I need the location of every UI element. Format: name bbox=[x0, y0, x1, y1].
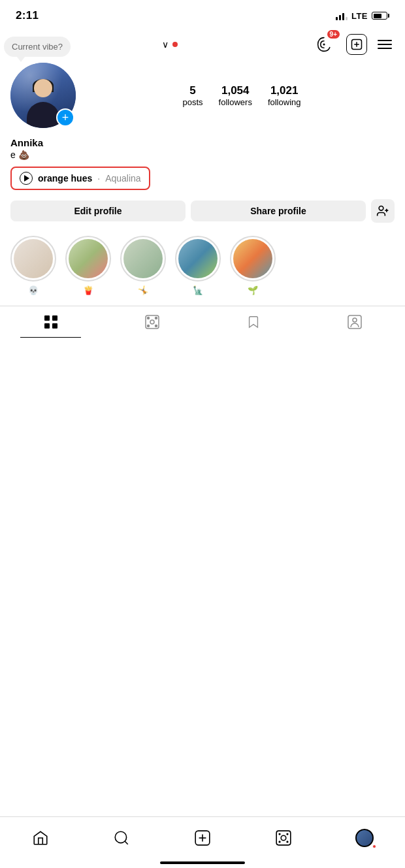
profile-top: Current vibe? + 5 posts 1,054 bbox=[10, 63, 395, 128]
username-dropdown[interactable]: ∨ bbox=[162, 39, 178, 50]
edit-profile-button[interactable]: Edit profile bbox=[10, 201, 186, 221]
svg-rect-9 bbox=[52, 315, 57, 321]
content-area bbox=[0, 338, 405, 664]
svg-point-14 bbox=[147, 317, 149, 319]
threads-badge: 9+ bbox=[327, 30, 340, 39]
search-tab[interactable] bbox=[107, 824, 136, 852]
tab-reels[interactable] bbox=[101, 306, 202, 338]
status-icons: LTE bbox=[336, 11, 389, 21]
svg-point-20 bbox=[115, 831, 126, 843]
svg-point-17 bbox=[155, 325, 157, 327]
svg-rect-10 bbox=[44, 323, 50, 329]
home-indicator bbox=[160, 861, 245, 864]
highlight-emoji-4: 🗽 bbox=[193, 285, 203, 295]
svg-rect-8 bbox=[44, 315, 50, 321]
new-post-icon[interactable] bbox=[346, 34, 367, 55]
svg-point-15 bbox=[155, 317, 157, 319]
highlight-circle-1 bbox=[10, 236, 56, 281]
svg-point-19 bbox=[353, 318, 357, 322]
action-buttons: Edit profile Share profile bbox=[10, 199, 395, 223]
active-dot bbox=[172, 42, 178, 47]
tab-grid[interactable] bbox=[0, 306, 101, 338]
home-tab[interactable] bbox=[26, 824, 55, 852]
profile-active-dot bbox=[372, 844, 376, 848]
music-highlight[interactable]: orange hues · Aqualina bbox=[10, 167, 150, 190]
following-label: following bbox=[268, 97, 301, 107]
lte-label: LTE bbox=[351, 11, 368, 21]
followers-count: 1,054 bbox=[219, 84, 252, 97]
highlight-emoji-3: 🤸 bbox=[138, 285, 148, 295]
highlight-circle-4 bbox=[175, 236, 221, 281]
nav-right-icons: 9+ bbox=[312, 33, 392, 56]
highlight-emoji-2: 🍟 bbox=[83, 285, 93, 295]
profile-avatar bbox=[355, 829, 374, 847]
reels-tab[interactable] bbox=[269, 824, 298, 852]
svg-point-16 bbox=[147, 325, 149, 327]
highlight-emoji-5: 🌱 bbox=[248, 285, 258, 295]
highlight-item[interactable]: 🌱 bbox=[230, 236, 276, 295]
svg-point-1 bbox=[323, 43, 325, 45]
music-title: orange hues bbox=[38, 173, 92, 184]
status-bar: 2:11 LTE bbox=[0, 0, 405, 29]
svg-rect-25 bbox=[276, 831, 291, 845]
posts-stat[interactable]: 5 posts bbox=[183, 84, 203, 107]
avatar-container: Current vibe? + bbox=[10, 63, 76, 128]
music-separator: · bbox=[97, 173, 100, 184]
chevron-down-icon: ∨ bbox=[162, 39, 169, 50]
create-tab[interactable] bbox=[188, 824, 217, 852]
highlight-item[interactable]: 💀 bbox=[10, 236, 56, 295]
highlight-circle-2 bbox=[65, 236, 111, 281]
add-person-button[interactable] bbox=[371, 199, 395, 223]
stats-row: 5 posts 1,054 followers 1,021 following bbox=[89, 84, 395, 107]
profile-section: Current vibe? + 5 posts 1,054 bbox=[0, 63, 405, 303]
profile-name: Annika bbox=[10, 137, 395, 148]
tab-tagged[interactable] bbox=[304, 306, 405, 338]
current-vibe-bubble[interactable]: Current vibe? bbox=[4, 37, 71, 57]
followers-label: followers bbox=[219, 97, 252, 107]
following-stat[interactable]: 1,021 following bbox=[268, 84, 301, 107]
svg-rect-11 bbox=[52, 323, 57, 329]
posts-count: 5 bbox=[183, 84, 203, 97]
posts-label: posts bbox=[183, 97, 203, 107]
highlight-circle-5 bbox=[230, 236, 276, 281]
profile-tab[interactable] bbox=[350, 824, 379, 852]
highlight-item[interactable]: 🍟 bbox=[65, 236, 111, 295]
profile-bio: e 💩 bbox=[10, 150, 395, 160]
svg-line-21 bbox=[125, 841, 128, 844]
svg-point-28 bbox=[286, 833, 288, 835]
content-tabs bbox=[0, 306, 405, 338]
add-content-button[interactable]: + bbox=[56, 108, 74, 127]
svg-point-30 bbox=[286, 841, 288, 843]
music-artist: Aqualina bbox=[105, 173, 141, 184]
svg-point-27 bbox=[278, 833, 280, 835]
svg-point-13 bbox=[150, 320, 154, 324]
share-profile-button[interactable]: Share profile bbox=[191, 201, 366, 221]
bio-section: Annika e 💩 bbox=[10, 137, 395, 160]
play-icon bbox=[20, 172, 33, 185]
highlight-emoji-1: 💀 bbox=[28, 285, 39, 295]
following-count: 1,021 bbox=[268, 84, 301, 97]
highlights-row: 💀 🍟 🤸 🗽 🌱 bbox=[10, 233, 395, 303]
highlight-item[interactable]: 🗽 bbox=[175, 236, 221, 295]
status-time: 2:11 bbox=[16, 9, 39, 22]
bottom-nav bbox=[0, 816, 405, 868]
tab-saved[interactable] bbox=[202, 306, 304, 338]
svg-point-26 bbox=[281, 835, 286, 841]
highlight-item[interactable]: 🤸 bbox=[120, 236, 166, 295]
highlight-circle-3 bbox=[120, 236, 166, 281]
threads-icon[interactable]: 9+ bbox=[312, 33, 336, 56]
svg-point-5 bbox=[379, 206, 383, 211]
signal-icon bbox=[336, 11, 348, 20]
battery-icon bbox=[372, 12, 389, 20]
followers-stat[interactable]: 1,054 followers bbox=[219, 84, 252, 107]
svg-point-29 bbox=[278, 841, 280, 843]
hamburger-menu[interactable] bbox=[378, 40, 392, 49]
